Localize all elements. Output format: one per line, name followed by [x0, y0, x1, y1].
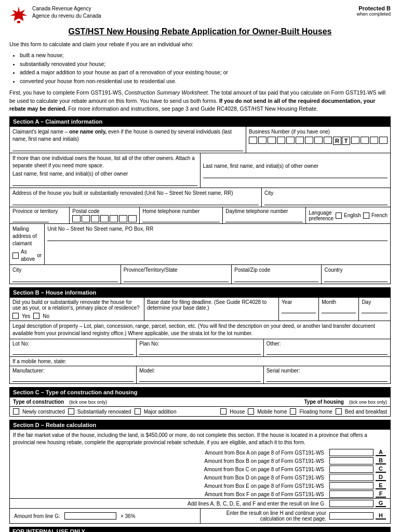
unit-no-label: Unit No – Street No Street name, PO Box,…: [47, 225, 388, 233]
housing-type-sub: (tick one box only): [349, 400, 387, 405]
claimant-bold: one name only,: [69, 129, 106, 135]
section-b: Section B – House information Did you bu…: [9, 287, 391, 384]
business-number-label: Business Number (if you have one): [249, 128, 388, 136]
rebate-letter-c: C: [376, 466, 386, 473]
rebate-letter-g: G: [376, 500, 386, 507]
bn-box-11[interactable]: [361, 137, 369, 144]
type-options-row: Newly constructed Substantially renovate…: [10, 406, 390, 416]
newly-constructed-label: Newly constructed: [22, 409, 65, 415]
rebate-row-d: Amount from Box D on page 8 of Form GST1…: [10, 473, 390, 482]
did-you-build-label: Did you build or substantially renovate …: [12, 299, 141, 311]
postal-boxes: [72, 215, 137, 222]
rebate-row-c: Amount from Box C on page 8 of Form GST1…: [10, 465, 390, 473]
page-header: Canada Revenue Agency Agence du revenu d…: [9, 5, 391, 24]
add-line-label: Add lines A, B, C, D, E, and F and enter…: [14, 501, 329, 507]
house-build-row: Did you build or substantially renovate …: [10, 297, 390, 321]
other-cell: Other:: [264, 339, 390, 356]
day-cell: Day: [359, 298, 390, 321]
h-left: Amount from line G: × 36%: [10, 509, 200, 523]
bn-box-8[interactable]: [314, 137, 323, 144]
bn-box-6[interactable]: [296, 137, 304, 144]
business-number-cell: Business Number (if you have one) R T: [246, 127, 390, 153]
bed-breakfast-checkbox[interactable]: [336, 408, 342, 415]
line-g-input[interactable]: [64, 512, 116, 520]
type-construction-row: Type of construction (tick one box only)…: [10, 397, 390, 406]
rebate-input-e[interactable]: [329, 482, 374, 489]
bn-box-7[interactable]: [305, 137, 313, 144]
as-above-checkbox[interactable]: [12, 252, 19, 259]
month-label: Month: [322, 299, 356, 305]
rebate-input-f[interactable]: [329, 490, 374, 498]
rebate-letter-f: F: [376, 490, 386, 498]
postal-zip-label: Postal/Zip code: [234, 267, 318, 274]
bn-box-3[interactable]: [268, 137, 276, 144]
bn-box-12[interactable]: [370, 137, 378, 144]
rebate-input-a[interactable]: [329, 449, 374, 456]
bn-box-13[interactable]: [379, 137, 388, 144]
bullet-3: added a major addition to your house as …: [20, 68, 391, 77]
mailing-row: Mailing address of claimant As above or …: [10, 223, 390, 264]
floating-home-checkbox[interactable]: [290, 408, 296, 415]
section-b-header: Section B – House information: [10, 288, 390, 297]
house-checkbox[interactable]: [220, 408, 226, 415]
day-label: Day: [362, 299, 388, 305]
claimant-name-cell: Claimant's legal name – one name only, e…: [10, 127, 246, 153]
other-owners-row: If more than one individual owns the hou…: [10, 153, 390, 188]
province-territory-label: Province/Territory/State: [124, 267, 229, 274]
rebate-label-a: Amount from Box A on page 8 of Form GST1…: [14, 450, 329, 456]
housing-type-label: Type of housing: [304, 399, 343, 405]
rebate-label-b: Amount from Box B on page 8 of Form GST1…: [14, 458, 329, 464]
french-checkbox[interactable]: [363, 212, 369, 219]
newly-constructed-checkbox[interactable]: [13, 408, 19, 415]
yes-checkbox[interactable]: [12, 313, 19, 319]
bn-box-5[interactable]: [286, 137, 295, 144]
rebate-input-d[interactable]: [329, 474, 374, 481]
base-date-cell: Base date for filing deadline. (See Guid…: [144, 298, 279, 321]
mobile-home-checkbox[interactable]: [248, 408, 254, 415]
claimant-row: Claimant's legal name – one name only, e…: [10, 126, 390, 153]
construction-type-sub: (tick one box only): [69, 400, 107, 405]
bed-breakfast-label: Bed and breakfast: [345, 409, 387, 415]
rebate-row-f: Amount from Box F on page 8 of Form GST1…: [10, 490, 390, 498]
rebate-letter-e: E: [376, 482, 386, 489]
rebate-input-b[interactable]: [329, 457, 374, 464]
internal-section: FOR INTERNAL USE ONLY IC NC: [9, 527, 391, 532]
claimant-label: Claimant's legal name –: [12, 129, 68, 135]
bn-box-1[interactable]: [249, 137, 257, 144]
agency-en: Canada Revenue Agency: [32, 5, 101, 12]
city-label: City: [264, 190, 388, 197]
bn-box-9[interactable]: [324, 137, 332, 144]
or-label: or: [37, 252, 42, 259]
section-d: Section D – Rebate calculation If the fa…: [9, 420, 391, 524]
bullet-4: converted your house from non-residentia…: [20, 77, 391, 86]
rebate-input-g[interactable]: [329, 500, 374, 507]
major-addition-checkbox[interactable]: [135, 408, 141, 415]
postal-zip-cell: Postal/Zip code: [232, 265, 322, 284]
agency-text: Canada Revenue Agency Agence du revenu d…: [32, 5, 101, 20]
country-label: Country: [324, 267, 388, 274]
bn-box-4[interactable]: [277, 137, 285, 144]
rebate-input-h[interactable]: [329, 512, 374, 520]
rebate-rows: Amount from Box A on page 8 of Form GST1…: [10, 448, 390, 498]
mobile-row: If a mobile home, state:: [10, 356, 390, 366]
serial-cell: Serial number:: [264, 366, 390, 383]
english-checkbox[interactable]: [336, 212, 342, 219]
plan-no-cell: Plan No:: [137, 339, 263, 356]
bullet-2: substantially renovated your house;: [20, 60, 391, 69]
no-checkbox[interactable]: [33, 313, 39, 319]
floating-home-label: Floating home: [299, 409, 332, 415]
rebate-label-f: Amount from Box F on page 8 of Form GST1…: [14, 491, 329, 497]
english-label: English: [344, 212, 361, 218]
french-label: French: [371, 212, 388, 218]
last-name-label2: Last name, first name, and initial(s) of…: [203, 163, 388, 170]
bn-box-2[interactable]: [258, 137, 266, 144]
rebate-input-c[interactable]: [329, 466, 374, 473]
rebate-label-e: Amount from Box E on page 8 of Form GST1…: [14, 483, 329, 489]
rt-box: R T: [333, 137, 350, 145]
base-date-label: Base date for filing deadline. (See Guid…: [147, 299, 276, 311]
substantially-renovated-checkbox[interactable]: [68, 408, 74, 415]
bn-box-10[interactable]: [351, 137, 359, 144]
lot-no-cell: Lot No:: [10, 339, 137, 356]
rebate-label-c: Amount from Box C on page 8 of Form GST1…: [14, 467, 329, 472]
rt-r: R: [333, 137, 341, 145]
